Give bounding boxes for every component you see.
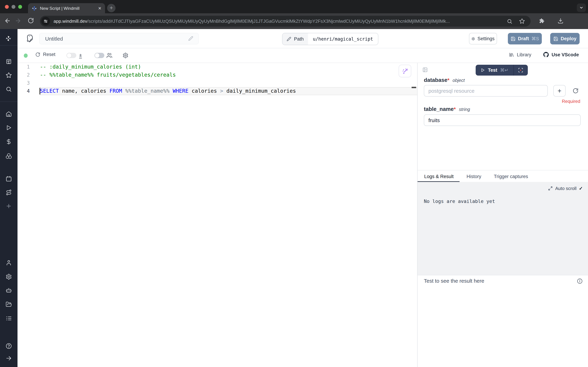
info-icon[interactable] bbox=[577, 278, 583, 284]
deploy-label: Deploy bbox=[561, 36, 576, 41]
sidebar-item-folders-icon[interactable] bbox=[6, 301, 12, 308]
url-bar[interactable]: app.windmill.dev/scripts/add#JTdCJTIyaGF… bbox=[40, 16, 531, 27]
code-lines: 1-- :daily_minimum_calories (int)2-- %%t… bbox=[17, 63, 417, 95]
sidebar-divider bbox=[0, 101, 17, 102]
path-chip[interactable]: Path u/henri/magical_script bbox=[282, 33, 378, 45]
save-draft-button[interactable]: Draft ⌘S bbox=[508, 33, 542, 44]
script-summary-input[interactable] bbox=[39, 33, 199, 44]
url-text: app.windmill.dev/scripts/add#JTdCJTIyaGF… bbox=[54, 18, 450, 24]
code-editor[interactable]: 1-- :daily_minimum_calories (int)2-- %%t… bbox=[17, 63, 417, 367]
database-input[interactable] bbox=[424, 85, 548, 97]
code-line-4[interactable]: 4SELECT name, calories FROM %%table_name… bbox=[17, 87, 417, 95]
add-resource-button[interactable]: + bbox=[553, 85, 566, 97]
reload-icon[interactable] bbox=[28, 17, 34, 24]
test-label: Test bbox=[488, 67, 497, 73]
url-host: app.windmill.dev bbox=[54, 18, 87, 24]
run-panel: Test ⌘↵ database* object + bbox=[417, 63, 588, 367]
github-octocat-icon bbox=[543, 52, 549, 57]
sidebar-item-workers-robot-icon[interactable] bbox=[6, 287, 12, 293]
settings-button[interactable]: Settings bbox=[469, 33, 497, 44]
path-edit-segment[interactable]: Path bbox=[282, 33, 308, 45]
sidebar-item-resources-cubes-icon[interactable] bbox=[6, 153, 12, 159]
sidebar-item-home-icon[interactable] bbox=[6, 111, 12, 117]
settings-label: Settings bbox=[477, 36, 495, 41]
table-name-input[interactable] bbox=[424, 114, 581, 126]
pencil-icon bbox=[287, 37, 291, 41]
sidebar-item-runs-play-icon[interactable] bbox=[6, 125, 12, 131]
save-icon bbox=[511, 36, 516, 41]
tab-title: New Script | Windmill bbox=[40, 6, 96, 11]
main-area: Path u/henri/magical_script Settings Dra… bbox=[17, 29, 588, 367]
window-minimize-button[interactable] bbox=[12, 5, 15, 8]
editor-settings-gear-icon[interactable] bbox=[123, 52, 128, 58]
field-name: table_name* bbox=[424, 106, 456, 112]
tab-logs-result[interactable]: Logs & Result bbox=[418, 170, 460, 182]
sidebar-item-favorites-star-icon[interactable] bbox=[6, 72, 12, 78]
tab-trigger-captures[interactable]: Trigger captures bbox=[494, 170, 528, 182]
code-line-1[interactable]: 1-- :daily_minimum_calories (int) bbox=[17, 63, 417, 71]
test-button-group: Test ⌘↵ bbox=[476, 65, 528, 75]
sidebar-item-variables-dollar-icon[interactable] bbox=[6, 139, 12, 145]
zoom-icon[interactable] bbox=[507, 18, 512, 24]
refresh-resources-icon[interactable] bbox=[573, 88, 579, 94]
browser-toolbar: app.windmill.dev/scripts/add#JTdCJTIyaGF… bbox=[0, 13, 588, 29]
code-line-2[interactable]: 2-- %%table_name%% fruits/vegetables/cer… bbox=[17, 71, 417, 79]
sidebar-item-settings-gear-icon[interactable] bbox=[6, 274, 12, 280]
sidebar-item-user-icon[interactable] bbox=[6, 259, 12, 266]
test-button[interactable]: Test ⌘↵ bbox=[476, 65, 513, 75]
sidebar-item-audit-logs-icon[interactable] bbox=[6, 315, 12, 322]
chevron-down-icon bbox=[579, 6, 583, 10]
edit-pencil-icon[interactable] bbox=[188, 36, 193, 41]
test-shortcut: ⌘↵ bbox=[500, 67, 509, 73]
extensions-puzzle-icon[interactable] bbox=[538, 17, 545, 24]
tab-search-button[interactable] bbox=[577, 3, 586, 12]
windmill-logo[interactable] bbox=[5, 35, 12, 42]
bookmark-star-icon[interactable] bbox=[519, 18, 525, 24]
logs-empty-text: No logs are available yet bbox=[424, 198, 495, 204]
code-line-3[interactable]: 3 bbox=[17, 79, 417, 87]
new-tab-button[interactable]: + bbox=[107, 4, 116, 12]
tab-close-icon[interactable]: ✕ bbox=[98, 6, 101, 11]
ai-assistant-button[interactable] bbox=[399, 65, 411, 77]
sidebar-item-schedules-calendar-icon[interactable] bbox=[6, 176, 12, 182]
back-icon[interactable] bbox=[4, 17, 11, 24]
required-asterisk: * bbox=[454, 106, 456, 112]
use-vscode-button[interactable]: Use VScode bbox=[543, 52, 579, 57]
deploy-button[interactable]: Deploy bbox=[550, 33, 580, 44]
window-zoom-button[interactable] bbox=[18, 5, 22, 8]
refresh-icon bbox=[35, 52, 40, 57]
url-path: /scripts/add#JTdCJTIyaGFzaCUyMiUzQSUyMiU… bbox=[87, 18, 450, 24]
sidebar-item-help-icon[interactable] bbox=[6, 343, 12, 349]
download-icon[interactable] bbox=[557, 17, 564, 24]
browser-chrome: New Script | Windmill ✕ + app.windmill.d… bbox=[0, 0, 588, 29]
reset-label: Reset bbox=[43, 52, 56, 57]
library-button[interactable]: Library bbox=[509, 52, 531, 57]
window-close-button[interactable] bbox=[5, 5, 9, 8]
reset-button[interactable]: Reset bbox=[35, 52, 56, 57]
required-asterisk: * bbox=[447, 77, 449, 83]
site-settings-icon[interactable] bbox=[41, 17, 50, 25]
sidebar-item-search-icon[interactable] bbox=[6, 86, 12, 92]
database-field-label: database* object bbox=[424, 77, 465, 83]
path-value: u/henri/magical_script bbox=[308, 33, 378, 45]
overview-ruler-cursor-mark bbox=[412, 87, 416, 88]
vscode-label: Use VScode bbox=[552, 52, 579, 57]
diff-toggle[interactable] bbox=[67, 53, 76, 58]
multiplayer-toggle[interactable] bbox=[94, 53, 104, 58]
app-window: Path u/henri/magical_script Settings Dra… bbox=[0, 29, 588, 367]
panel-collapse-icon[interactable] bbox=[422, 67, 428, 72]
tab-history[interactable]: History bbox=[467, 170, 481, 182]
forward-icon[interactable] bbox=[15, 17, 21, 24]
screen: New Script | Windmill ✕ + app.windmill.d… bbox=[0, 0, 588, 367]
sidebar-expand-arrow-icon[interactable] bbox=[6, 355, 12, 361]
sidebar-item-routes-icon[interactable] bbox=[6, 189, 12, 196]
sidebar-item-apps[interactable] bbox=[6, 58, 12, 65]
sidebar-item-add-icon[interactable] bbox=[6, 203, 12, 209]
field-name: database* bbox=[424, 77, 449, 83]
auto-scroll-control[interactable]: Auto scroll ✓ bbox=[548, 186, 583, 191]
check-icon: ✓ bbox=[579, 186, 583, 191]
browser-tab[interactable]: New Script | Windmill ✕ bbox=[28, 3, 105, 13]
save-icon bbox=[553, 36, 558, 41]
expand-icon[interactable] bbox=[548, 186, 553, 191]
watch-mode-button[interactable] bbox=[514, 65, 528, 75]
